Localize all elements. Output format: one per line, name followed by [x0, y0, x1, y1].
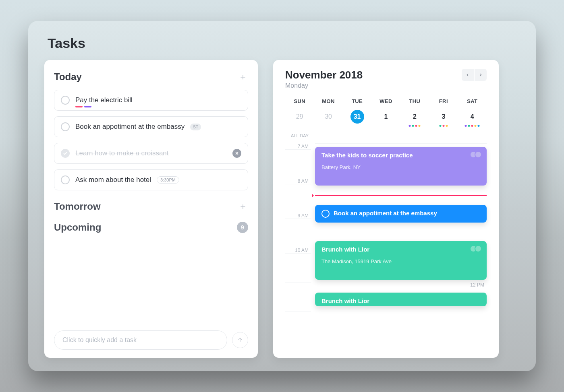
page-title: Tasks	[48, 35, 520, 51]
quick-add-input[interactable]: Click to quickly add a task	[54, 330, 227, 350]
event-location: Battery Park, NY	[321, 164, 480, 170]
hour-slot	[285, 311, 311, 340]
calendar-dow-row: SUN MON TUE WED THU FRI SAT	[285, 98, 487, 104]
calendar-event[interactable]: Book an appotiment at the embassy	[315, 205, 487, 223]
event-title: Book an appotiment at the embassy	[321, 210, 480, 218]
calendar-date-number: 31	[350, 110, 364, 124]
task-row[interactable]: Learn how to make a croissant	[54, 143, 248, 164]
calendar-dates-row: 2930311234	[285, 110, 487, 126]
now-indicator	[315, 195, 487, 196]
task-row[interactable]: Pay the electric bill	[54, 90, 248, 111]
dow-label: FRI	[429, 98, 458, 104]
calendar-date-cell[interactable]: 31	[343, 110, 371, 126]
hour-label: 8 AM	[285, 178, 311, 184]
avatar	[475, 151, 482, 158]
avatar	[475, 245, 482, 252]
chevron-left-icon	[466, 73, 470, 77]
calendar-date-cell[interactable]: 3	[429, 110, 458, 126]
dow-label: SUN	[285, 98, 314, 104]
calendar-date-cell[interactable]: 29	[285, 110, 314, 126]
calendar-title-block: November 2018 Monday	[285, 69, 363, 89]
hour-slot	[285, 282, 311, 311]
section-tomorrow-header: Tomorrow ＋	[54, 201, 248, 212]
dismiss-task-button[interactable]	[232, 149, 241, 158]
tag-pink	[75, 106, 83, 107]
calendar-header: November 2018 Monday	[285, 69, 487, 89]
app-frame: Tasks Today ＋ Pay the electric bill	[28, 21, 536, 371]
events-overlay: Take the kids to soccer practiceBattery …	[315, 144, 487, 253]
calendar-date-dots	[439, 125, 448, 127]
task-checkbox[interactable]	[61, 149, 70, 158]
calendar-day-subtitle: Monday	[285, 82, 363, 89]
event-location: The Madison, 15919 Park Ave	[321, 258, 480, 264]
calendar-prev-button[interactable]	[462, 69, 474, 81]
calendar-date-number: 4	[465, 110, 479, 124]
tasks-card: Today ＋ Pay the electric bill	[44, 60, 258, 358]
calendar-date-cell[interactable]: 1	[371, 110, 400, 126]
calendar-date-cell[interactable]: 2	[400, 110, 429, 126]
calendar-date-cell[interactable]: 4	[458, 110, 487, 126]
dow-label: THU	[400, 98, 429, 104]
add-task-today-button[interactable]: ＋	[238, 72, 248, 82]
event-title: Brunch with Lior	[321, 246, 480, 253]
task-label: Learn how to make a croissant	[75, 149, 169, 157]
calendar-nav	[462, 69, 487, 81]
task-checkbox[interactable]	[61, 175, 70, 184]
event-ring-icon	[321, 210, 330, 218]
calendar-next-button[interactable]	[475, 69, 487, 81]
task-row[interactable]: Ask mom about the hotel 3:30PM	[54, 169, 248, 190]
calendar-timeline: ALL DAY 7 AM 8 AM 9 AM 10 AM 11 AM 12 PM…	[285, 133, 487, 340]
section-upcoming-title: Upcoming	[54, 222, 101, 233]
tag-purple	[84, 106, 91, 107]
hour-label: 10 AM	[285, 248, 311, 253]
calendar-date-cell[interactable]: 30	[314, 110, 342, 126]
task-tags	[75, 106, 91, 107]
event-avatars	[472, 245, 482, 252]
task-checkbox[interactable]	[61, 96, 70, 105]
event-title: Take the kids to soccer practice	[321, 152, 480, 159]
dow-label: WED	[371, 98, 400, 104]
allday-slot	[315, 133, 487, 144]
calendar-event[interactable]: Take the kids to soccer practiceBattery …	[315, 147, 487, 186]
hour-slot	[285, 184, 311, 213]
allday-label: ALL DAY	[285, 133, 311, 144]
chevron-right-icon	[479, 73, 483, 77]
hour-label: 12 PM	[315, 282, 487, 288]
calendar-event[interactable]: Brunch with LiorThe Madison, 15919 Park …	[315, 241, 487, 280]
task-checkbox[interactable]	[61, 122, 70, 131]
calendar-date-number: 30	[321, 110, 335, 124]
task-label: Book an appotiment at the embassy	[75, 123, 185, 131]
calendar-date-dots	[465, 125, 480, 127]
calendar-date-dots	[409, 125, 421, 127]
calendar-date-number: 1	[379, 110, 393, 124]
section-today-title: Today	[54, 71, 82, 83]
event-avatars	[472, 151, 482, 158]
close-icon	[235, 151, 239, 155]
section-today-header: Today ＋	[54, 71, 248, 83]
dow-label: SAT	[458, 98, 487, 104]
event-title: Brunch with Lior	[321, 297, 480, 304]
calendar-event[interactable]: Brunch with Lior	[315, 293, 487, 306]
add-task-tomorrow-button[interactable]: ＋	[238, 201, 248, 212]
tasks-footer: Click to quickly add a task	[54, 323, 248, 358]
hour-slot	[285, 219, 311, 248]
calendar-card: November 2018 Monday SUN MON TUE WED T	[273, 60, 499, 358]
upcoming-count-badge: 9	[237, 222, 248, 233]
arrow-up-icon	[237, 337, 243, 343]
task-badge: ST	[190, 124, 201, 130]
calendar-month-title: November 2018	[285, 69, 363, 81]
panels: Today ＋ Pay the electric bill	[44, 60, 520, 358]
hour-label: 7 AM	[285, 144, 311, 149]
task-row[interactable]: Book an appotiment at the embassy ST	[54, 116, 248, 137]
calendar-date-number: 3	[437, 110, 450, 124]
today-task-list: Pay the electric bill Book an appotiment…	[54, 90, 248, 190]
task-label: Ask mom about the hotel	[75, 176, 151, 184]
dow-label: TUE	[343, 98, 371, 104]
task-label-text: Pay the electric bill	[75, 96, 133, 104]
section-upcoming-header: Upcoming 9	[54, 222, 248, 233]
task-label: Pay the electric bill	[75, 96, 133, 104]
calendar-date-number: 2	[408, 110, 421, 124]
section-tomorrow-title: Tomorrow	[54, 201, 101, 212]
hour-slot	[285, 149, 311, 178]
quick-add-submit-button[interactable]	[232, 332, 248, 348]
